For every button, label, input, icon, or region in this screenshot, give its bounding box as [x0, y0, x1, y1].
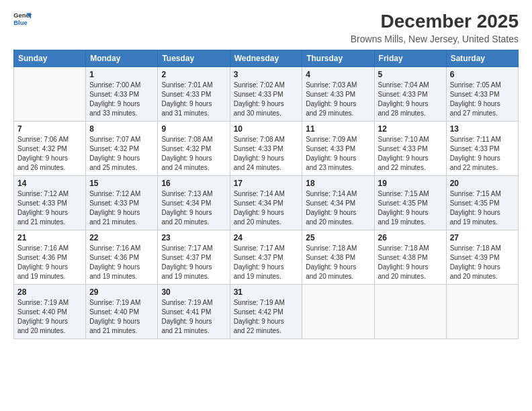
day-info: Sunrise: 7:15 AMSunset: 4:35 PMDaylight:…: [378, 189, 443, 227]
main-title: December 2025: [351, 11, 519, 32]
table-row: 3Sunrise: 7:02 AMSunset: 4:33 PMDaylight…: [230, 67, 302, 122]
table-row: 14Sunrise: 7:12 AMSunset: 4:33 PMDayligh…: [14, 176, 86, 230]
day-info: Sunrise: 7:16 AMSunset: 4:36 PMDaylight:…: [17, 244, 82, 281]
header-saturday: Saturday: [446, 50, 518, 67]
day-info: Sunrise: 7:15 AMSunset: 4:35 PMDaylight:…: [450, 189, 515, 227]
table-row: [14, 67, 86, 122]
logo-icon: General Blue: [13, 11, 32, 27]
day-info: Sunrise: 7:04 AMSunset: 4:33 PMDaylight:…: [378, 81, 443, 118]
table-row: 31Sunrise: 7:19 AMSunset: 4:42 PMDayligh…: [230, 285, 302, 339]
day-number: 12: [378, 124, 443, 134]
table-row: 30Sunrise: 7:19 AMSunset: 4:41 PMDayligh…: [158, 285, 230, 339]
day-number: 9: [161, 124, 226, 134]
day-info: Sunrise: 7:14 AMSunset: 4:34 PMDaylight:…: [234, 189, 299, 227]
table-row: 28Sunrise: 7:19 AMSunset: 4:40 PMDayligh…: [14, 285, 86, 339]
day-number: 21: [17, 233, 82, 242]
header-friday: Friday: [374, 50, 446, 67]
table-row: 16Sunrise: 7:13 AMSunset: 4:34 PMDayligh…: [158, 176, 230, 230]
table-row: 5Sunrise: 7:04 AMSunset: 4:33 PMDaylight…: [374, 67, 446, 122]
calendar-week-4: 21Sunrise: 7:16 AMSunset: 4:36 PMDayligh…: [14, 230, 519, 285]
day-number: 26: [378, 233, 443, 242]
day-info: Sunrise: 7:19 AMSunset: 4:40 PMDaylight:…: [89, 298, 154, 336]
calendar-week-2: 7Sunrise: 7:06 AMSunset: 4:32 PMDaylight…: [14, 122, 519, 176]
day-info: Sunrise: 7:19 AMSunset: 4:40 PMDaylight:…: [17, 298, 82, 336]
table-row: 6Sunrise: 7:05 AMSunset: 4:33 PMDaylight…: [446, 67, 518, 122]
day-info: Sunrise: 7:14 AMSunset: 4:34 PMDaylight:…: [306, 189, 370, 227]
day-number: 2: [161, 70, 226, 79]
table-row: 10Sunrise: 7:08 AMSunset: 4:33 PMDayligh…: [230, 122, 302, 176]
table-row: 13Sunrise: 7:11 AMSunset: 4:33 PMDayligh…: [446, 122, 518, 176]
day-number: 4: [306, 70, 370, 79]
table-row: 11Sunrise: 7:09 AMSunset: 4:33 PMDayligh…: [302, 122, 374, 176]
page-header: General Blue December 2025 Browns Mills,…: [13, 11, 519, 44]
day-number: 5: [378, 70, 443, 79]
table-row: 29Sunrise: 7:19 AMSunset: 4:40 PMDayligh…: [86, 285, 158, 339]
calendar-week-3: 14Sunrise: 7:12 AMSunset: 4:33 PMDayligh…: [14, 176, 519, 230]
day-number: 24: [234, 233, 299, 242]
table-row: 9Sunrise: 7:08 AMSunset: 4:32 PMDaylight…: [158, 122, 230, 176]
table-row: 8Sunrise: 7:07 AMSunset: 4:32 PMDaylight…: [86, 122, 158, 176]
day-info: Sunrise: 7:19 AMSunset: 4:41 PMDaylight:…: [161, 298, 226, 336]
day-number: 13: [450, 124, 515, 134]
table-row: 17Sunrise: 7:14 AMSunset: 4:34 PMDayligh…: [230, 176, 302, 230]
day-number: 23: [161, 233, 226, 242]
day-info: Sunrise: 7:12 AMSunset: 4:33 PMDaylight:…: [17, 189, 82, 227]
day-info: Sunrise: 7:18 AMSunset: 4:39 PMDaylight:…: [450, 244, 515, 281]
title-block: December 2025 Browns Mills, New Jersey, …: [351, 11, 519, 44]
table-row: 7Sunrise: 7:06 AMSunset: 4:32 PMDaylight…: [14, 122, 86, 176]
day-info: Sunrise: 7:18 AMSunset: 4:38 PMDaylight:…: [378, 244, 443, 281]
day-info: Sunrise: 7:13 AMSunset: 4:34 PMDaylight:…: [161, 189, 226, 227]
day-number: 7: [17, 124, 82, 134]
day-number: 30: [161, 287, 226, 297]
logo: General Blue: [13, 11, 32, 27]
calendar-header-row: Sunday Monday Tuesday Wednesday Thursday…: [14, 50, 519, 67]
subtitle: Browns Mills, New Jersey, United States: [351, 34, 519, 44]
day-number: 22: [89, 233, 154, 242]
day-number: 11: [306, 124, 370, 134]
header-thursday: Thursday: [302, 50, 374, 67]
calendar-week-1: 1Sunrise: 7:00 AMSunset: 4:33 PMDaylight…: [14, 67, 519, 122]
day-number: 29: [89, 287, 154, 297]
header-wednesday: Wednesday: [230, 50, 302, 67]
day-info: Sunrise: 7:08 AMSunset: 4:32 PMDaylight:…: [161, 135, 226, 173]
day-info: Sunrise: 7:01 AMSunset: 4:33 PMDaylight:…: [161, 81, 226, 118]
day-number: 28: [17, 287, 82, 297]
day-number: 18: [306, 179, 370, 188]
table-row: 19Sunrise: 7:15 AMSunset: 4:35 PMDayligh…: [374, 176, 446, 230]
day-info: Sunrise: 7:18 AMSunset: 4:38 PMDaylight:…: [306, 244, 370, 281]
table-row: 1Sunrise: 7:00 AMSunset: 4:33 PMDaylight…: [86, 67, 158, 122]
calendar-table: Sunday Monday Tuesday Wednesday Thursday…: [13, 50, 519, 339]
day-info: Sunrise: 7:12 AMSunset: 4:33 PMDaylight:…: [89, 189, 154, 227]
header-tuesday: Tuesday: [158, 50, 230, 67]
table-row: 22Sunrise: 7:16 AMSunset: 4:36 PMDayligh…: [86, 230, 158, 285]
table-row: 23Sunrise: 7:17 AMSunset: 4:37 PMDayligh…: [158, 230, 230, 285]
day-number: 20: [450, 179, 515, 188]
calendar-week-5: 28Sunrise: 7:19 AMSunset: 4:40 PMDayligh…: [14, 285, 519, 339]
day-number: 10: [234, 124, 299, 134]
day-info: Sunrise: 7:00 AMSunset: 4:33 PMDaylight:…: [89, 81, 154, 118]
header-sunday: Sunday: [14, 50, 86, 67]
day-info: Sunrise: 7:06 AMSunset: 4:32 PMDaylight:…: [17, 135, 82, 173]
day-info: Sunrise: 7:09 AMSunset: 4:33 PMDaylight:…: [306, 135, 370, 173]
day-number: 25: [306, 233, 370, 242]
header-monday: Monday: [86, 50, 158, 67]
day-number: 16: [161, 179, 226, 188]
day-number: 6: [450, 70, 515, 79]
table-row: 26Sunrise: 7:18 AMSunset: 4:38 PMDayligh…: [374, 230, 446, 285]
day-number: 3: [234, 70, 299, 79]
day-number: 31: [234, 287, 299, 297]
day-info: Sunrise: 7:10 AMSunset: 4:33 PMDaylight:…: [378, 135, 443, 173]
day-number: 14: [17, 179, 82, 188]
table-row: 24Sunrise: 7:17 AMSunset: 4:37 PMDayligh…: [230, 230, 302, 285]
day-info: Sunrise: 7:03 AMSunset: 4:33 PMDaylight:…: [306, 81, 370, 118]
table-row: 25Sunrise: 7:18 AMSunset: 4:38 PMDayligh…: [302, 230, 374, 285]
day-info: Sunrise: 7:08 AMSunset: 4:33 PMDaylight:…: [234, 135, 299, 173]
table-row: [446, 285, 518, 339]
table-row: 12Sunrise: 7:10 AMSunset: 4:33 PMDayligh…: [374, 122, 446, 176]
day-number: 1: [89, 70, 154, 79]
day-info: Sunrise: 7:02 AMSunset: 4:33 PMDaylight:…: [234, 81, 299, 118]
table-row: 27Sunrise: 7:18 AMSunset: 4:39 PMDayligh…: [446, 230, 518, 285]
day-info: Sunrise: 7:17 AMSunset: 4:37 PMDaylight:…: [234, 244, 299, 281]
day-info: Sunrise: 7:07 AMSunset: 4:32 PMDaylight:…: [89, 135, 154, 173]
day-info: Sunrise: 7:19 AMSunset: 4:42 PMDaylight:…: [234, 298, 299, 336]
